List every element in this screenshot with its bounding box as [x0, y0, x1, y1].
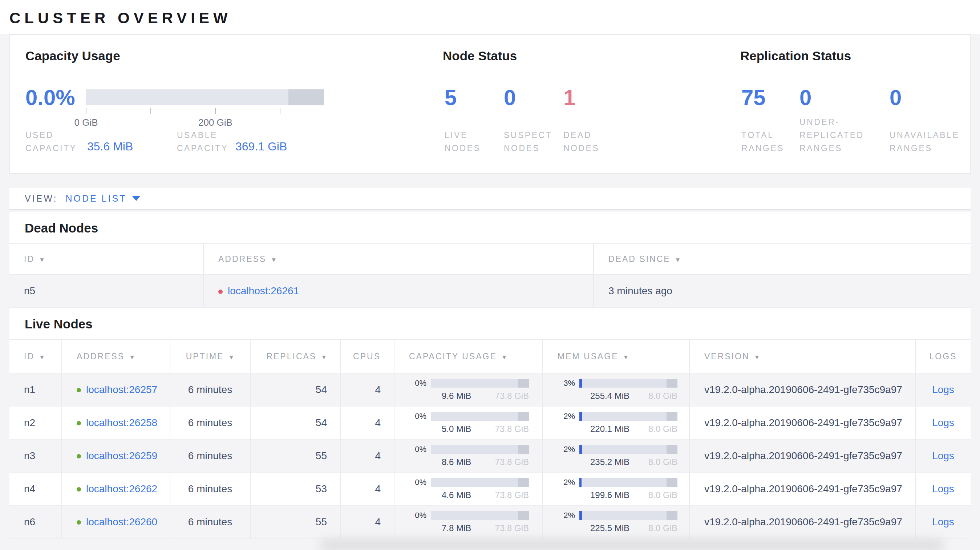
table-row: n2 localhost:26258 6 minutes 54 4 0% 5.0… [10, 406, 970, 439]
version-value: v19.2.0-alpha.20190606-2491-gfe735c9a97 [689, 472, 915, 505]
usable-capacity-label: USABLE CAPACITY [177, 129, 240, 155]
live-table-header-row: ID ADDRESS UPTIME REPLICAS CPUS CAPACITY… [10, 340, 970, 373]
axis-tick [215, 108, 216, 114]
logs-link[interactable]: Logs [932, 384, 954, 395]
page-title: CLUSTER OVERVIEW [10, 10, 232, 27]
version-value: v19.2.0-alpha.20190606-2491-gfe735c9a97 [689, 439, 915, 472]
mem-usage-meter: 2% 220.1 MiB8.0 GiB [543, 412, 689, 434]
replicas-value: 54 [250, 406, 340, 439]
node-id: n3 [10, 439, 62, 472]
live-nodes-heading: Live Nodes [25, 317, 970, 331]
live-col-id[interactable]: ID [10, 340, 62, 373]
capacity-usage-title: Capacity Usage [25, 49, 120, 63]
replicas-value: 55 [250, 439, 340, 472]
node-id: n1 [10, 373, 62, 406]
dead-status-dot-icon [218, 289, 223, 294]
unavailable-ranges-count: 0 [889, 85, 902, 110]
node-address-link[interactable]: localhost:26259 [86, 450, 157, 461]
total-ranges-label: TOTAL RANGES [741, 129, 801, 155]
logs-link[interactable]: Logs [932, 450, 954, 461]
node-address-link[interactable]: localhost:26262 [86, 483, 157, 494]
version-value: v19.2.0-alpha.20190606-2491-gfe735c9a97 [689, 373, 915, 406]
replication-status-title: Replication Status [740, 49, 851, 63]
dead-since-value: 3 minutes ago [593, 274, 970, 308]
replicas-value: 53 [250, 472, 340, 505]
nodes-panel: Dead Nodes ID ADDRESS DEAD SINCE n5 loca… [10, 212, 970, 537]
logs-link[interactable]: Logs [932, 417, 954, 428]
logs-link[interactable]: Logs [932, 516, 954, 528]
total-ranges-count: 75 [741, 85, 766, 110]
mem-usage-meter: 3% 255.4 MiB8.0 GiB [543, 378, 689, 401]
table-row: n6 localhost:26260 6 minutes 55 4 0% 7.8… [10, 505, 970, 538]
live-col-replicas[interactable]: REPLICAS [250, 340, 340, 373]
live-status-dot-icon [76, 454, 81, 458]
live-status-dot-icon [76, 520, 81, 525]
live-nodes-count: 5 [445, 85, 457, 110]
mem-usage-meter: 2% 225.5 MiB8.0 GiB [543, 511, 689, 533]
view-bar: VIEW: NODE LIST [10, 187, 970, 210]
cpus-value: 4 [340, 439, 394, 472]
node-address-link[interactable]: localhost:26257 [86, 384, 157, 395]
live-nodes-label: LIVE NODES [445, 129, 501, 155]
cpus-value: 4 [340, 373, 394, 406]
cluster-summary-card: Capacity Usage 0.0% 0 GiB 200 GiB USED C… [10, 34, 970, 174]
under-replicated-label: UNDER-REPLICATED RANGES [799, 116, 888, 155]
cpus-value: 4 [340, 406, 394, 439]
live-col-cpus[interactable]: CPUS [340, 340, 394, 373]
axis-tick [150, 108, 151, 114]
capacity-used-percent: 0.0% [25, 85, 75, 110]
dead-col-id[interactable]: ID [10, 244, 204, 274]
live-col-logs[interactable]: LOGS [915, 340, 970, 373]
axis-tick [280, 108, 280, 114]
usable-capacity-value: 369.1 GiB [235, 140, 287, 153]
capacity-bar-segment [288, 89, 324, 105]
live-nodes-table: ID ADDRESS UPTIME REPLICAS CPUS CAPACITY… [10, 339, 970, 539]
below-fold-shadow [320, 539, 944, 550]
node-id: n6 [10, 505, 62, 538]
dead-col-address[interactable]: ADDRESS [204, 244, 593, 274]
uptime-value: 6 minutes [170, 406, 250, 439]
capacity-usage-meter: 0% 7.8 MiB73.8 GiB [395, 511, 542, 533]
node-status-title: Node Status [443, 49, 517, 63]
node-address-link[interactable]: localhost:26258 [86, 417, 157, 428]
version-value: v19.2.0-alpha.20190606-2491-gfe735c9a97 [689, 406, 915, 439]
table-row: n5 localhost:26261 3 minutes ago [10, 274, 970, 308]
capacity-usage-meter: 0% 5.0 MiB73.8 GiB [395, 412, 542, 434]
uptime-value: 6 minutes [170, 439, 250, 472]
uptime-value: 6 minutes [170, 472, 250, 505]
node-address-link[interactable]: localhost:26261 [228, 285, 299, 296]
capacity-usage-meter: 0% 4.6 MiB73.8 GiB [395, 478, 542, 500]
node-id: n5 [10, 274, 204, 308]
cpus-value: 4 [340, 472, 394, 505]
cluster-overview-page: CLUSTER OVERVIEW Capacity Usage 0.0% 0 G… [0, 0, 980, 550]
live-col-address[interactable]: ADDRESS [62, 340, 170, 373]
table-row: n4 localhost:26262 6 minutes 53 4 0% 4.6… [10, 472, 970, 505]
cpus-value: 4 [340, 505, 394, 538]
under-replicated-count: 0 [799, 85, 811, 110]
node-address-link[interactable]: localhost:26260 [86, 516, 157, 528]
capacity-usage-meter: 0% 9.6 MiB73.8 GiB [395, 378, 542, 401]
replicas-value: 55 [250, 505, 340, 538]
view-dropdown[interactable]: NODE LIST [65, 193, 140, 204]
mem-usage-meter: 2% 199.6 MiB8.0 GiB [543, 478, 689, 500]
live-status-dot-icon [76, 487, 81, 491]
header-band: CLUSTER OVERVIEW [0, 0, 980, 34]
live-col-capacity-usage[interactable]: CAPACITY USAGE [394, 340, 542, 373]
dead-col-dead-since[interactable]: DEAD SINCE [593, 244, 970, 274]
axis-tick-label: 200 GiB [190, 117, 241, 128]
replicas-value: 54 [250, 373, 340, 406]
logs-link[interactable]: Logs [932, 483, 954, 494]
live-col-mem-usage[interactable]: MEM USAGE [542, 340, 689, 373]
live-col-uptime[interactable]: UPTIME [170, 340, 250, 373]
dead-nodes-count: 1 [563, 85, 575, 110]
dead-nodes-label: DEAD NODES [563, 129, 620, 155]
uptime-value: 6 minutes [170, 373, 250, 406]
table-row: n1 localhost:26257 6 minutes 54 4 0% 9.6… [10, 373, 970, 406]
chevron-down-icon [132, 196, 140, 201]
table-row: n3 localhost:26259 6 minutes 55 4 0% 8.6… [10, 439, 970, 472]
mem-usage-meter: 2% 235.2 MiB8.0 GiB [543, 445, 689, 467]
dead-table-header-row: ID ADDRESS DEAD SINCE [10, 244, 970, 274]
unavailable-ranges-label: UNAVAILABLE RANGES [889, 129, 973, 155]
live-col-version[interactable]: VERSION [689, 340, 915, 373]
node-id: n2 [10, 406, 62, 439]
